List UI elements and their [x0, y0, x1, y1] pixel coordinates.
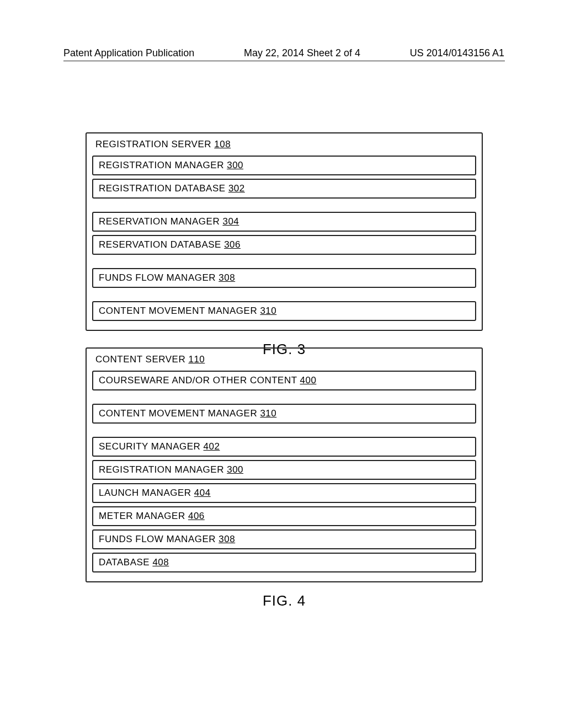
fig4-row-label: METER MANAGER: [99, 511, 185, 521]
header-left: Patent Application Publication: [63, 47, 194, 59]
fig3-title: REGISTRATION SERVER 108: [90, 137, 478, 153]
header-rule: [63, 61, 505, 61]
patent-page: Patent Application Publication May 22, 2…: [0, 0, 565, 728]
fig4-row: DATABASE 408: [92, 553, 476, 572]
fig4-title-ref: 110: [188, 354, 205, 365]
fig4-row-ref: 400: [300, 375, 317, 386]
fig4-row-ref: 404: [194, 488, 211, 498]
fig3-gap: [90, 202, 478, 210]
fig4-row: FUNDS FLOW MANAGER 308: [92, 529, 476, 549]
fig3-row-label: RESERVATION MANAGER: [99, 216, 220, 227]
fig4-row-label: COURSEWARE AND/OR OTHER CONTENT: [99, 375, 297, 386]
fig3-row: RESERVATION MANAGER 304: [92, 212, 476, 232]
fig4-row-ref: 308: [218, 534, 235, 544]
fig4-row-label: DATABASE: [99, 557, 150, 568]
fig3-gap: [90, 291, 478, 299]
fig3-outer-box: REGISTRATION SERVER 108 REGISTRATION MAN…: [86, 132, 483, 331]
fig3-row: REGISTRATION MANAGER 300: [92, 156, 476, 175]
fig4-row-label: FUNDS FLOW MANAGER: [99, 534, 216, 544]
fig4-row: COURSEWARE AND/OR OTHER CONTENT 400: [92, 371, 476, 390]
fig4-row-ref: 310: [260, 408, 276, 419]
fig3-row-ref: 308: [218, 272, 235, 283]
fig4-row-label: LAUNCH MANAGER: [99, 488, 191, 498]
fig4-row-ref: 408: [152, 557, 169, 568]
fig4-row: LAUNCH MANAGER 404: [92, 483, 476, 503]
fig4-row-label: CONTENT MOVEMENT MANAGER: [99, 408, 257, 419]
header-center: May 22, 2014 Sheet 2 of 4: [244, 47, 360, 59]
fig3-row-ref: 306: [224, 239, 241, 250]
fig3-row-label: REGISTRATION DATABASE: [99, 183, 226, 194]
fig4-row-label: REGISTRATION MANAGER: [99, 464, 224, 475]
fig3-title-ref: 108: [214, 139, 231, 149]
fig4-row-label: SECURITY MANAGER: [99, 441, 200, 452]
fig4-row: METER MANAGER 406: [92, 506, 476, 526]
fig4-rows: COURSEWARE AND/OR OTHER CONTENT 400CONTE…: [90, 371, 478, 572]
fig3-rows: REGISTRATION MANAGER 300REGISTRATION DAT…: [90, 156, 478, 321]
fig4-row-ref: 402: [204, 441, 220, 452]
fig3-row: REGISTRATION DATABASE 302: [92, 179, 476, 199]
figure-3: REGISTRATION SERVER 108 REGISTRATION MAN…: [86, 132, 483, 358]
fig3-row-ref: 310: [260, 306, 276, 316]
fig3-row-label: FUNDS FLOW MANAGER: [99, 272, 216, 283]
fig3-row: CONTENT MOVEMENT MANAGER 310: [92, 301, 476, 321]
figure-4: CONTENT SERVER 110 COURSEWARE AND/OR OTH…: [86, 347, 483, 609]
fig4-title: CONTENT SERVER 110: [90, 352, 478, 368]
fig4-row-ref: 300: [227, 464, 243, 475]
fig4-row: CONTENT MOVEMENT MANAGER 310: [92, 404, 476, 424]
fig4-caption: FIG. 4: [86, 592, 483, 609]
fig3-gap: [90, 258, 478, 266]
fig4-gap: [90, 427, 478, 435]
header-right: US 2014/0143156 A1: [410, 47, 504, 59]
fig3-row-label: CONTENT MOVEMENT MANAGER: [99, 306, 257, 316]
fig3-row-label: REGISTRATION MANAGER: [99, 160, 224, 170]
fig3-row: FUNDS FLOW MANAGER 308: [92, 268, 476, 288]
fig4-row-ref: 406: [188, 511, 205, 521]
fig3-row-ref: 304: [222, 216, 239, 227]
fig4-gap: [90, 394, 478, 402]
page-header: Patent Application Publication May 22, 2…: [0, 47, 565, 59]
fig3-title-label: REGISTRATION SERVER: [95, 139, 211, 149]
fig3-row-ref: 300: [227, 160, 243, 170]
fig3-row-ref: 302: [228, 183, 245, 194]
fig3-row: RESERVATION DATABASE 306: [92, 235, 476, 255]
fig4-title-label: CONTENT SERVER: [95, 354, 185, 365]
fig4-row: SECURITY MANAGER 402: [92, 437, 476, 457]
fig3-row-label: RESERVATION DATABASE: [99, 239, 221, 250]
fig4-row: REGISTRATION MANAGER 300: [92, 460, 476, 480]
fig4-outer-box: CONTENT SERVER 110 COURSEWARE AND/OR OTH…: [86, 347, 483, 582]
